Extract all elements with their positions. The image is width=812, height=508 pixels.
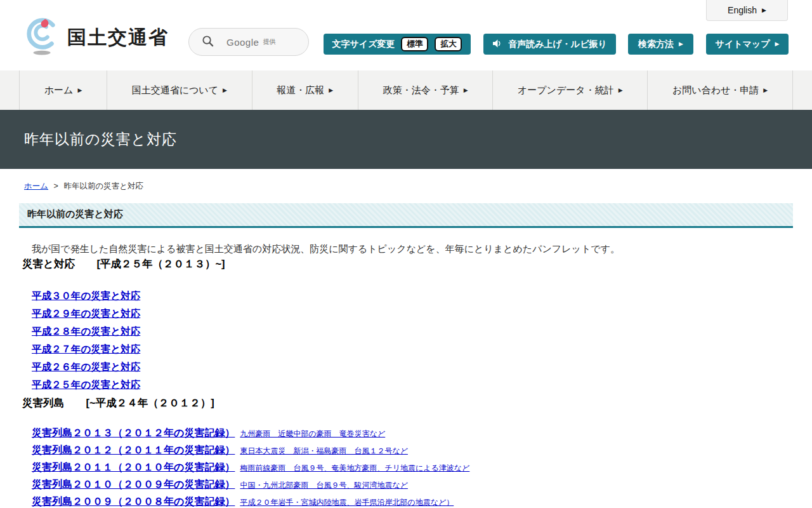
site-header: 国土交通省 Google 提供 文字サイズ変更 標準 拡大 音声読み上げ・ルビ振…: [0, 0, 812, 70]
chevron-right-icon: ▶: [619, 87, 623, 93]
chevron-right-icon: ▶: [762, 8, 766, 13]
list-item: 災害列島２０１３（２０１２年の災害記録）九州豪雨 近畿中部の豪雨 竜巻災害など: [32, 427, 793, 440]
group2-heading-label: 災害列島: [22, 397, 64, 408]
record-title: 災害列島２０１０（２００９年の災害記録）: [32, 479, 235, 490]
speaker-icon: [492, 39, 503, 50]
link-h26[interactable]: 平成２６年の災害と対応: [32, 361, 140, 372]
global-nav: ホーム ▶ 国土交通省について ▶ 報道・広報 ▶ 政策・法令・予算 ▶ オープ…: [0, 70, 812, 110]
audio-reading-label: 音声読み上げ・ルビ振り: [508, 39, 607, 50]
nav-item-about[interactable]: 国土交通省について ▶: [107, 70, 252, 110]
group2-heading-range: [~平成２４年（２０１２）]: [86, 397, 214, 408]
chevron-right-icon: ▶: [763, 87, 768, 93]
breadcrumb-current: 昨年以前の災害と対応: [63, 182, 143, 190]
sitemap-button[interactable]: サイトマップ ▶: [706, 34, 789, 55]
link-rettou-2012[interactable]: 災害列島２０１２（２０１１年の災害記録）東日本大震災 新潟・福島豪雨 台風１２号…: [32, 444, 408, 455]
font-size-standard-button[interactable]: 標準: [401, 37, 428, 51]
link-h30[interactable]: 平成３０年の災害と対応: [32, 290, 140, 301]
english-button[interactable]: English ▶: [706, 0, 788, 21]
link-h28[interactable]: 平成２８年の災害と対応: [32, 326, 140, 337]
font-size-label: 文字サイズ変更: [332, 39, 395, 50]
nav-item-label: 政策・法令・予算: [383, 84, 459, 97]
breadcrumb: ホーム > 昨年以前の災害と対応: [24, 181, 793, 192]
sitemap-label: サイトマップ: [716, 39, 770, 50]
chevron-right-icon: ▶: [679, 41, 683, 47]
search-icon: [202, 35, 214, 50]
audio-reading-button[interactable]: 音声読み上げ・ルビ振り: [483, 34, 616, 55]
record-title: 災害列島２００９（２００８年の災害記録）: [32, 496, 235, 507]
yearly-response-link-list: 平成３０年の災害と対応 平成２９年の災害と対応 平成２８年の災害と対応 平成２７…: [32, 290, 793, 392]
main-content: ホーム > 昨年以前の災害と対応 昨年以前の災害と対応 我が国で発生した自然災害…: [0, 181, 812, 508]
search-provider-label: Google: [226, 37, 259, 48]
list-item: 災害列島２００９（２００８年の災害記録）平成２０年岩手・宮城内陸地震、岩手県沿岸…: [32, 495, 793, 508]
list-item: 災害列島２０１０（２００９年の災害記録）中国・九州北部豪雨 台風９号、駿河湾地震…: [32, 478, 793, 491]
list-item: 平成３０年の災害と対応: [32, 290, 793, 303]
chevron-right-icon: ▶: [329, 87, 333, 93]
record-desc: 九州豪雨 近畿中部の豪雨 竜巻災害など: [240, 429, 385, 438]
record-desc: 中国・九州北部豪雨 台風９号、駿河湾地震など: [240, 481, 408, 490]
english-label: English: [728, 5, 757, 15]
search-method-button[interactable]: 検索方法 ▶: [628, 34, 693, 55]
font-size-large-button[interactable]: 拡大: [435, 37, 462, 51]
page-title: 昨年以前の災害と対応: [24, 130, 177, 149]
breadcrumb-separator: >: [54, 182, 58, 190]
font-size-change-button[interactable]: 文字サイズ変更 標準 拡大: [324, 34, 471, 55]
list-item: 平成２６年の災害と対応: [32, 361, 793, 374]
list-item: 災害列島２０１１（２０１０年の災害記録）梅雨前線豪雨 台風９号、奄美地方豪雨、チ…: [32, 461, 793, 474]
disaster-record-list: 災害列島２０１３（２０１２年の災害記録）九州豪雨 近畿中部の豪雨 竜巻災害など …: [32, 427, 793, 508]
link-h27[interactable]: 平成２７年の災害と対応: [32, 344, 140, 354]
link-rettou-2011[interactable]: 災害列島２０１１（２０１０年の災害記録）梅雨前線豪雨 台風９号、奄美地方豪雨、チ…: [32, 462, 469, 472]
group1-heading-range: [平成２５年（２０１３）~]: [96, 258, 225, 269]
link-rettou-2010[interactable]: 災害列島２０１０（２００９年の災害記録）中国・九州北部豪雨 台風９号、駿河湾地震…: [32, 479, 408, 490]
chevron-right-icon: ▶: [77, 87, 82, 93]
chevron-right-icon: ▶: [464, 87, 468, 93]
logo-text: 国土交通省: [67, 25, 169, 51]
list-item: 平成２９年の災害と対応: [32, 307, 793, 321]
section-heading: 昨年以前の災害と対応: [19, 203, 793, 228]
nav-item-label: 国土交通省について: [132, 84, 218, 97]
list-item: 平成２５年の災害と対応: [32, 378, 793, 392]
search-method-label: 検索方法: [638, 39, 674, 50]
group1-heading: 災害と対応 [平成２５年（２０１３）~]: [22, 257, 793, 271]
search-input[interactable]: Google 提供: [188, 28, 309, 56]
link-rettou-2013[interactable]: 災害列島２０１３（２０１２年の災害記録）九州豪雨 近畿中部の豪雨 竜巻災害など: [32, 427, 385, 438]
nav-item-label: 報道・広報: [277, 84, 324, 97]
search-provided-by-label: 提供: [263, 37, 275, 46]
mlit-logo-icon: [24, 17, 61, 58]
record-title: 災害列島２０１３（２０１２年の災害記録）: [32, 427, 235, 438]
link-h29[interactable]: 平成２９年の災害と対応: [32, 308, 140, 319]
chevron-right-icon: ▶: [775, 41, 780, 47]
nav-item-opendata[interactable]: オープンデータ・統計 ▶: [492, 70, 647, 110]
breadcrumb-home-link[interactable]: ホーム: [24, 182, 48, 190]
nav-item-contact[interactable]: お問い合わせ・申請 ▶: [647, 70, 793, 110]
nav-item-policy[interactable]: 政策・法令・予算 ▶: [358, 70, 492, 110]
page-title-banner: 昨年以前の災害と対応: [0, 110, 812, 169]
list-item: 平成２８年の災害と対応: [32, 325, 793, 338]
nav-item-press[interactable]: 報道・広報 ▶: [252, 70, 358, 110]
link-rettou-2009[interactable]: 災害列島２００９（２００８年の災害記録）平成２０年岩手・宮城内陸地震、岩手県沿岸…: [32, 496, 454, 507]
nav-item-home[interactable]: ホーム ▶: [19, 70, 107, 110]
link-h25[interactable]: 平成２５年の災害と対応: [32, 379, 140, 390]
intro-text: 我が国で発生した自然災害による被害と国土交通省の対応状況、防災に関するトピックな…: [22, 243, 793, 255]
chevron-right-icon: ▶: [223, 87, 227, 93]
record-title: 災害列島２０１１（２０１０年の災害記録）: [32, 462, 235, 472]
nav-item-label: ホーム: [44, 84, 74, 97]
group1-heading-label: 災害と対応: [22, 258, 75, 269]
record-desc: 梅雨前線豪雨 台風９号、奄美地方豪雨、チリ地震による津波など: [240, 464, 469, 472]
list-item: 災害列島２０１２（２０１１年の災害記録）東日本大震災 新潟・福島豪雨 台風１２号…: [32, 444, 793, 457]
group2-heading: 災害列島 [~平成２４年（２０１２）]: [22, 396, 793, 410]
nav-item-label: オープンデータ・統計: [518, 84, 614, 97]
record-desc: 東日本大震災 新潟・福島豪雨 台風１２号など: [240, 446, 408, 455]
list-item: 平成２７年の災害と対応: [32, 343, 793, 356]
record-title: 災害列島２０１２（２０１１年の災害記録）: [32, 444, 235, 455]
mlit-logo[interactable]: 国土交通省: [24, 17, 169, 58]
nav-item-label: お問い合わせ・申請: [672, 84, 759, 97]
record-desc: 平成２０年岩手・宮城内陸地震、岩手県沿岸北部の地震など）: [240, 498, 454, 507]
